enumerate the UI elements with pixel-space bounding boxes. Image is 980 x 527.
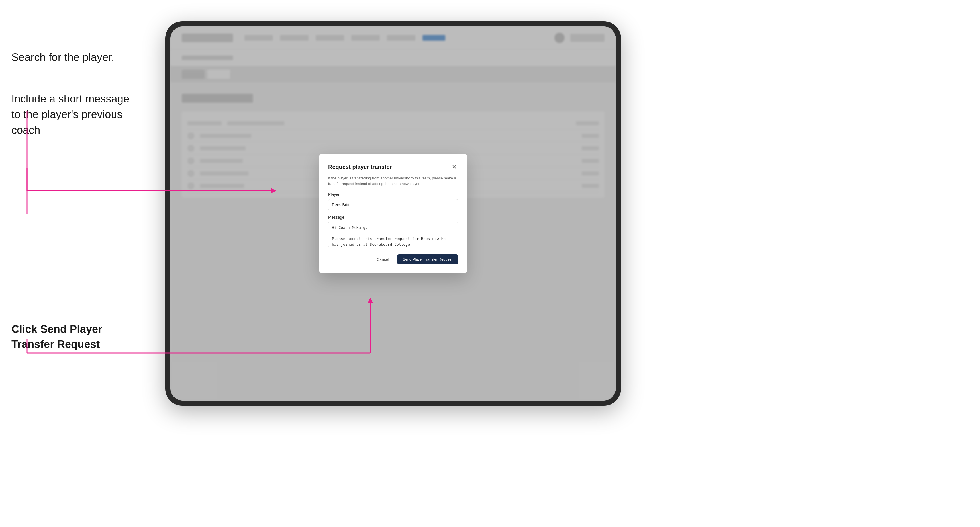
message-field-label: Message	[328, 215, 458, 219]
player-field-label: Player	[328, 192, 458, 197]
cancel-button[interactable]: Cancel	[372, 255, 394, 264]
send-transfer-request-button[interactable]: Send Player Transfer Request	[397, 254, 458, 264]
annotation-message-text: Include a short messageto the player's p…	[11, 91, 131, 138]
tablet-screen: Request player transfer ✕ If the player …	[170, 27, 616, 401]
modal-title: Request player transfer	[328, 164, 392, 170]
request-transfer-modal: Request player transfer ✕ If the player …	[319, 154, 467, 273]
annotation-panel: Search for the player. Include a short m…	[0, 0, 165, 527]
tablet-outer-frame: Request player transfer ✕ If the player …	[165, 21, 621, 406]
tablet-device: Request player transfer ✕ If the player …	[165, 21, 621, 406]
modal-header: Request player transfer ✕	[328, 163, 458, 171]
message-textarea[interactable]: Hi Coach McHarg, Please accept this tran…	[328, 222, 458, 248]
annotation-click-text: Click Send Player Transfer Request	[11, 322, 131, 352]
annotation-search-text: Search for the player.	[11, 50, 114, 65]
modal-description: If the player is transferring from anoth…	[328, 175, 458, 186]
modal-actions: Cancel Send Player Transfer Request	[328, 254, 458, 264]
modal-overlay: Request player transfer ✕ If the player …	[170, 27, 616, 401]
modal-close-button[interactable]: ✕	[450, 163, 458, 171]
annotation-click-before: Click	[11, 323, 40, 335]
player-input[interactable]	[328, 199, 458, 210]
